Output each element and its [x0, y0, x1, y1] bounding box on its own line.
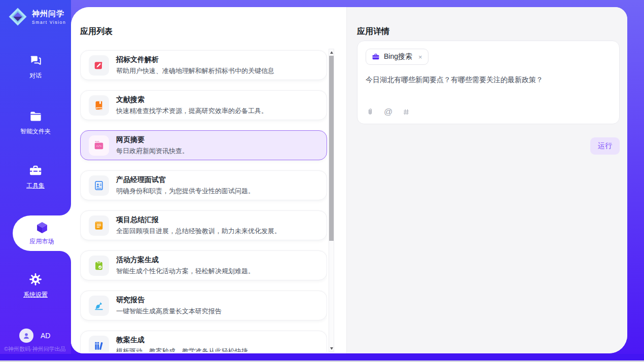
- brand-logo: 神州问学 Smart Vision: [7, 6, 66, 27]
- sidebar-item-label: 应用市场: [30, 237, 54, 246]
- folder-icon: [0, 109, 71, 123]
- scrollbar-thumb[interactable]: [329, 56, 334, 241]
- app-desc: 智能生成个性化活动方案，轻松解决规划难题。: [116, 267, 255, 276]
- browser-code-icon: </>: [89, 135, 109, 156]
- app-detail-panel: 应用详情 Bing搜索 × 今日湖北有哪些新闻要点？有哪些需要关注的最新政策？: [346, 7, 627, 353]
- app-desc: 快速精准查找学术资源，提高研究效率的必备工具。: [116, 106, 268, 116]
- run-button[interactable]: 运行: [590, 137, 620, 155]
- person-icon: [22, 332, 30, 340]
- hash-icon[interactable]: [402, 108, 410, 116]
- scroll-down-arrow[interactable]: [329, 345, 334, 351]
- briefcase-icon: [372, 53, 380, 61]
- sidebar-item-smart-folder[interactable]: 智能文件夹: [0, 109, 71, 136]
- app-card-web-summary[interactable]: </> 网页摘要 每日政府新闻资讯快查。: [80, 130, 327, 160]
- app-name: 活动方案生成: [116, 256, 255, 265]
- tool-chip-bing-search[interactable]: Bing搜索 ×: [366, 49, 428, 65]
- app-name: 教案生成: [116, 336, 248, 345]
- app-name: 项目总结汇报: [116, 215, 281, 225]
- sidebar-item-chat[interactable]: 对话: [0, 53, 71, 80]
- chip-close-icon[interactable]: ×: [418, 53, 422, 61]
- tool-chip-label: Bing搜索: [384, 52, 412, 61]
- user-account[interactable]: AD: [19, 329, 50, 343]
- bottom-accent-bar: [0, 354, 644, 360]
- app-desc: 帮助用户快速、准确地理解和解析招标书中的关键信息: [116, 66, 274, 76]
- app-desc: 一键智能生成高质量长文本研究报告: [116, 307, 222, 316]
- app-name: 产品经理面试官: [116, 175, 255, 185]
- avatar[interactable]: [19, 329, 33, 343]
- brand-subtitle: Smart Vision: [32, 20, 66, 25]
- app-card-event-plan[interactable]: 活动方案生成 智能生成个性化活动方案，轻松解决规划难题。: [80, 250, 327, 280]
- copyright-footer: ©神州数码·神州问学出品: [4, 345, 66, 353]
- app-card-lesson-plan[interactable]: 教案生成 模板驱动，教案秒成，教学准备从此轻松快捷: [80, 331, 327, 352]
- book-icon: [89, 95, 109, 116]
- chat-icon: [0, 53, 71, 67]
- sidebar-item-label: 对话: [0, 71, 71, 80]
- sidebar-item-label: 工具集: [0, 182, 71, 190]
- cube-icon: [35, 221, 49, 235]
- main-content: 应用列表 招标文件解析 帮助用户快速、准确地理解和解析招标书中的关键信息: [71, 7, 627, 353]
- app-card-literature-search[interactable]: 文献搜索 快速精准查找学术资源，提高研究效率的必备工具。: [80, 90, 327, 120]
- app-list: 招标文件解析 帮助用户快速、准确地理解和解析招标书中的关键信息 文献搜索: [80, 49, 327, 352]
- app-card-research-report[interactable]: 研究报告 一键智能生成高质量长文本研究报告: [80, 291, 327, 320]
- run-row: 运行: [357, 137, 620, 155]
- app-desc: 模板驱动，教案秒成，教学准备从此轻松快捷: [116, 347, 248, 352]
- app-list-title: 应用列表: [80, 26, 113, 37]
- sidebar-item-settings[interactable]: 系统设置: [0, 272, 71, 299]
- scroll-up-arrow[interactable]: [329, 49, 334, 55]
- app-card-pm-interviewer[interactable]: 产品经理面试官 明确身份和职责，为您提供专业性的面试问题。: [80, 170, 327, 200]
- svg-text:</>: </>: [96, 144, 102, 148]
- app-desc: 全面回顾项目进展，总结经验教训，助力未来优化发展。: [116, 227, 281, 236]
- sidebar-item-app-market[interactable]: 应用市场: [13, 215, 71, 251]
- toolbox-icon: [0, 163, 71, 177]
- prompt-text[interactable]: 今日湖北有哪些新闻要点？有哪些需要关注的最新政策？: [366, 76, 611, 85]
- edit-square-icon: [89, 55, 109, 76]
- clipboard-check-icon: [89, 256, 109, 276]
- app-detail-title: 应用详情: [357, 26, 389, 37]
- app-list-scrollbar[interactable]: [329, 49, 334, 352]
- at-icon[interactable]: @: [384, 107, 392, 117]
- resume-icon: [89, 175, 109, 196]
- app-name: 研究报告: [116, 296, 222, 305]
- app-list-panel: 应用列表 招标文件解析 帮助用户快速、准确地理解和解析招标书中的关键信息: [71, 7, 346, 353]
- app-desc: 每日政府新闻资讯快查。: [116, 147, 189, 156]
- app-name: 文献搜索: [116, 95, 268, 104]
- app-window: 神州问学 Smart Vision 对话 智能文件夹: [0, 0, 644, 362]
- sidebar: 神州问学 Smart Vision 对话 智能文件夹: [0, 0, 71, 354]
- sidebar-item-label: 系统设置: [0, 291, 71, 299]
- composer-toolbar: @: [366, 107, 410, 117]
- app-card-project-summary[interactable]: 项目总结汇报 全面回顾项目进展，总结经验教训，助力未来优化发展。: [80, 210, 327, 240]
- books-icon: [89, 336, 109, 352]
- user-initials: AD: [41, 332, 50, 340]
- app-desc: 明确身份和职责，为您提供专业性的面试问题。: [116, 187, 255, 196]
- app-card-bid-doc-analysis[interactable]: 招标文件解析 帮助用户快速、准确地理解和解析招标书中的关键信息: [80, 50, 327, 80]
- microscope-icon: [89, 296, 109, 316]
- gear-icon: [0, 272, 71, 286]
- app-name: 网页摘要: [116, 135, 189, 144]
- paperclip-icon[interactable]: [366, 107, 374, 117]
- app-name: 招标文件解析: [116, 55, 274, 64]
- diamond-logo-icon: [7, 6, 28, 27]
- prompt-card: Bing搜索 × 今日湖北有哪些新闻要点？有哪些需要关注的最新政策？ @: [357, 41, 620, 124]
- note-icon: [89, 215, 109, 236]
- brand-name: 神州问学: [32, 9, 66, 19]
- sidebar-item-toolset[interactable]: 工具集: [0, 163, 71, 190]
- sidebar-item-label: 智能文件夹: [0, 127, 71, 136]
